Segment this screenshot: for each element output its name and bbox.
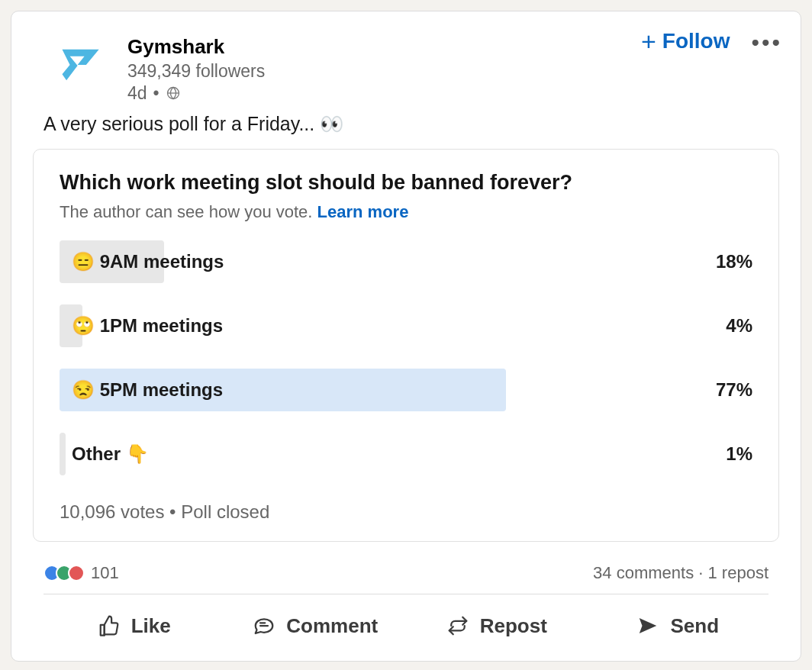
poll-option-pct: 18% (716, 240, 752, 283)
comment-count[interactable]: 34 comments (593, 563, 694, 582)
comment-button[interactable]: Comment (225, 614, 407, 638)
comment-label: Comment (286, 614, 378, 638)
dot-separator: • (153, 83, 160, 104)
follow-label: Follow (662, 29, 730, 53)
social-stats: 34 comments · 1 repost (593, 563, 768, 583)
author-name[interactable]: Gymshark (127, 36, 265, 58)
poll-option[interactable]: 😒 5PM meetings77% (60, 369, 752, 411)
poll-option-label: 😒 5PM meetings (60, 379, 223, 401)
poll-question: Which work meeting slot should be banned… (60, 171, 752, 195)
plus-icon: + (641, 28, 656, 54)
poll-options: 😑 9AM meetings18%🙄 1PM meetings4%😒 5PM m… (60, 240, 752, 475)
reaction-icons[interactable] (44, 565, 85, 581)
poll-footer: 10,096 votes • Poll closed (60, 501, 752, 523)
poll-option-pct: 4% (726, 304, 752, 347)
overflow-menu-button[interactable]: ••• (751, 28, 782, 54)
poll-option-label: Other 👇 (60, 443, 149, 465)
post-card: Gymshark 349,349 followers 4d • (11, 11, 801, 662)
poll-status: Poll closed (181, 501, 269, 522)
repost-label: Repost (480, 614, 547, 638)
thumbs-up-icon (98, 614, 121, 637)
comment-icon (253, 614, 276, 637)
repost-button[interactable]: Repost (406, 614, 588, 638)
author-avatar[interactable] (44, 28, 117, 101)
action-row: Like Comment Repost (11, 594, 801, 661)
poll-vote-visibility: The author can see how you vote. (60, 202, 312, 221)
top-actions: + Follow ••• (641, 28, 782, 54)
reaction-count[interactable]: 101 (91, 563, 119, 583)
poll-option[interactable]: Other 👇1% (60, 433, 752, 475)
follow-button[interactable]: + Follow (641, 28, 730, 54)
globe-icon (166, 85, 181, 101)
poll-option-label: 🙄 1PM meetings (60, 315, 223, 337)
learn-more-link[interactable]: Learn more (317, 202, 409, 221)
gymshark-logo-icon (59, 43, 102, 86)
poll-option-pct: 77% (716, 369, 752, 411)
repost-count[interactable]: 1 repost (708, 563, 769, 582)
poll-option-pct: 1% (726, 433, 752, 475)
post-body-text: A very serious poll for a Friday... 👀 (11, 104, 801, 149)
poll-card: Which work meeting slot should be banned… (33, 149, 779, 542)
poll-option[interactable]: 🙄 1PM meetings4% (60, 304, 752, 347)
poll-subtext: The author can see how you vote. Learn m… (60, 202, 752, 222)
send-button[interactable]: Send (588, 614, 769, 638)
post-header: Gymshark 349,349 followers 4d • (11, 28, 801, 104)
send-icon (636, 614, 659, 637)
like-label: Like (131, 614, 171, 638)
poll-vote-count: 10,096 votes (60, 501, 164, 522)
poll-option[interactable]: 😑 9AM meetings18% (60, 240, 752, 283)
dot-separator: · (698, 563, 707, 582)
repost-icon (446, 614, 469, 637)
follower-count: 349,349 followers (127, 61, 265, 82)
post-meta: Gymshark 349,349 followers 4d • (127, 28, 265, 104)
poll-option-label: 😑 9AM meetings (60, 251, 224, 272)
social-row: 101 34 comments · 1 repost (11, 556, 801, 589)
post-time-row: 4d • (127, 83, 265, 104)
post-age: 4d (127, 83, 147, 104)
send-label: Send (670, 614, 719, 638)
like-button[interactable]: Like (44, 614, 225, 638)
dot-separator: • (169, 501, 181, 522)
reaction-love-icon (68, 565, 85, 581)
